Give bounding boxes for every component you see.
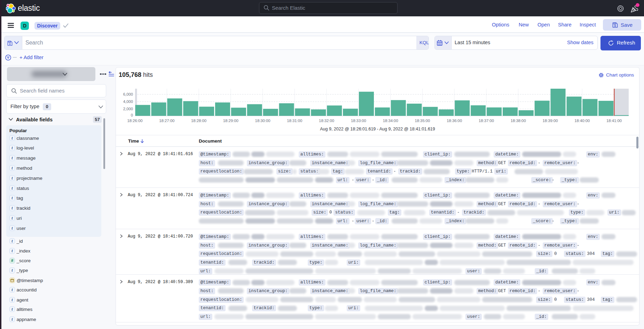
svg-text:18:34:00: 18:34:00 xyxy=(383,119,398,123)
svg-text:18:32:00: 18:32:00 xyxy=(319,119,334,123)
svg-text:18:29:00: 18:29:00 xyxy=(223,119,238,123)
svg-text:18:37:00: 18:37:00 xyxy=(479,119,494,123)
svg-text:18:27:00: 18:27:00 xyxy=(159,119,174,123)
svg-text:18:26:00: 18:26:00 xyxy=(127,119,143,123)
svg-text:18:40:00: 18:40:00 xyxy=(574,119,590,123)
svg-text:18:36:00: 18:36:00 xyxy=(447,119,462,123)
svg-text:0: 0 xyxy=(131,113,133,117)
svg-text:2,000: 2,000 xyxy=(123,107,133,111)
svg-text:18:30:00: 18:30:00 xyxy=(255,119,270,123)
svg-text:Aug 9, 2022 @ 18:26:01.619 - A: Aug 9, 2022 @ 18:26:01.619 - Aug 9, 2022… xyxy=(320,127,435,131)
svg-text:18:41:00: 18:41:00 xyxy=(606,119,622,123)
svg-text:18:35:00: 18:35:00 xyxy=(415,119,430,123)
svg-text:18:33:00: 18:33:00 xyxy=(351,119,366,123)
svg-text:18:39:00: 18:39:00 xyxy=(543,119,558,123)
svg-text:18:38:00: 18:38:00 xyxy=(511,119,526,123)
svg-text:18:28:00: 18:28:00 xyxy=(191,119,206,123)
svg-text:4,000: 4,000 xyxy=(123,99,133,104)
svg-text:6,000: 6,000 xyxy=(123,92,133,96)
svg-text:18:31:00: 18:31:00 xyxy=(287,119,302,123)
